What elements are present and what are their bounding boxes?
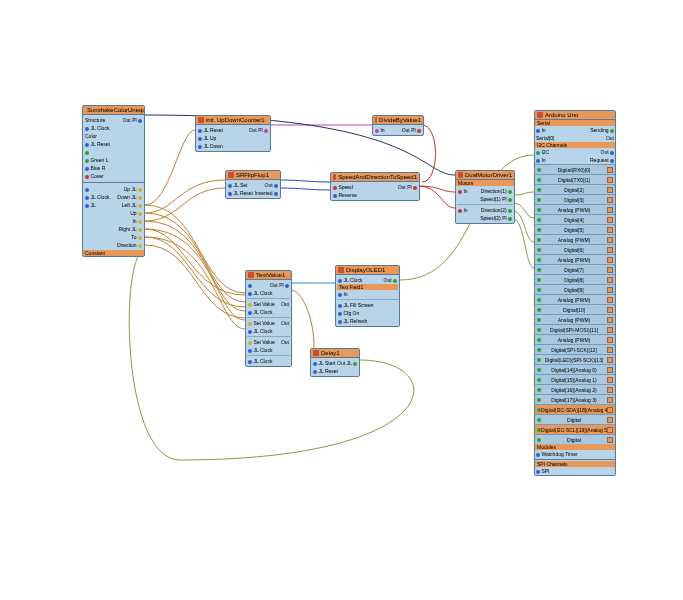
arduino-pin-row[interactable]: Digital[8] (535, 274, 615, 284)
arduino-pin-row[interactable]: Analog (PWM) (535, 334, 615, 344)
arduino-pin-row[interactable]: Digital[16](Analog 2) (535, 384, 615, 394)
updown-header: init. UpDownCounter1 (196, 116, 270, 125)
arduino-pin-row[interactable]: Digital[15](Analog 1) (535, 374, 615, 384)
arduino-pin-row[interactable]: Digital(SPI-MOSI)[11] (535, 324, 615, 334)
arduino-pin-row[interactable]: Digital[7] (535, 264, 615, 274)
arduino-pin-row[interactable]: Digital(SPI-SCK)[12] (535, 344, 615, 354)
arduino-pin-row[interactable]: Analog (PWM) (535, 294, 615, 304)
node-updowncounter[interactable]: init. UpDownCounter1 JL ResetOut Pl JL U… (195, 115, 271, 152)
camera-header: SunshakeColorUnequity1 (83, 106, 144, 115)
arduino-pin-row[interactable]: Digital[14](Analog 0) (535, 364, 615, 374)
arduino-pin-row[interactable]: Digital[3] (535, 194, 615, 204)
arduino-pin-row[interactable]: Digital[4] (535, 214, 615, 224)
arduino-pin-row[interactable]: Digital (535, 434, 615, 444)
srflipflop-header: SRFlipFlop1 (226, 171, 280, 180)
arduino-pin-row[interactable]: Digital (535, 414, 615, 424)
arduino-pin-row[interactable]: Digital[5] (535, 224, 615, 234)
arduino-header: Arduino Uno (535, 111, 615, 120)
node-srflipflop[interactable]: SRFlipFlop1 JL SetOut JL ResetInverted (225, 170, 281, 199)
delay-header: Delay1 (311, 349, 359, 358)
arduino-pin-row[interactable]: Analog (PWM) (535, 204, 615, 214)
textvalue-header: TextValue1 (246, 271, 291, 280)
arduino-pin-row[interactable]: Digital[9] (535, 284, 615, 294)
node-dualmotordriver[interactable]: DualMotorDriver1 Motors InDirection(1) S… (455, 170, 515, 224)
node-camera[interactable]: SunshakeColorUnequity1 StructureOut Pl J… (82, 105, 145, 257)
arduino-pin-row[interactable]: Digital[6] (535, 244, 615, 254)
arduino-pin-row[interactable]: Digital(I2C-SCL)[19](Analog 5) (535, 424, 615, 434)
arduino-i2c-row[interactable]: I2COut (535, 148, 615, 156)
arduino-pin-row[interactable]: Digital(LED)(SPI-SCK)[13] (535, 354, 615, 364)
motor-header: DualMotorDriver1 (456, 171, 514, 180)
arduino-pin-row[interactable]: Digital[17](Analog 3) (535, 394, 615, 404)
divide-header: DivideByValue1 (373, 116, 423, 125)
arduino-modules-item[interactable]: Watchdog Timer (535, 450, 615, 458)
arduino-pin-row[interactable]: Analog (PWM) (535, 314, 615, 324)
arduino-spi-item[interactable]: SPI (535, 467, 615, 475)
arduino-pin-row[interactable]: Analog (PWM) (535, 234, 615, 244)
node-dividebyvalue[interactable]: DivideByValue1 InOut Pl (372, 115, 424, 136)
node-displayoled[interactable]: DisplayOLED1 JL ClockOut Text Field1 In … (335, 265, 400, 327)
arduino-serial-row[interactable]: InSending (535, 126, 615, 134)
speeddir-header: SpeedAndDirectionToSpeed1 (331, 173, 419, 182)
node-speeddirection[interactable]: SpeedAndDirectionToSpeed1 SpeedOut Pl Re… (330, 172, 420, 201)
node-arduino-uno[interactable]: Arduino Uno Serial InSending Serial[0]Ou… (534, 110, 616, 476)
camera-footer: Constant (83, 250, 144, 256)
arduino-pin-row[interactable]: Digital[10] (535, 304, 615, 314)
arduino-pin-row[interactable]: Digital(I2C-SDA)[18](Analog 4) (535, 404, 615, 414)
arduino-pin-row[interactable]: Digital[2] (535, 184, 615, 194)
arduino-pin-row[interactable]: Analog (PWM) (535, 254, 615, 264)
arduino-pin-row[interactable]: Digital(RX0)[0] (535, 164, 615, 174)
node-delay[interactable]: Delay1 JL StartOut JL JL Reset (310, 348, 360, 377)
display-header: DisplayOLED1 (336, 266, 399, 275)
node-textvalue[interactable]: TextValue1 Out Pl JL Clock Set ValueOut … (245, 270, 292, 367)
arduino-pin-row[interactable]: Digital(TX0)[1] (535, 174, 615, 184)
